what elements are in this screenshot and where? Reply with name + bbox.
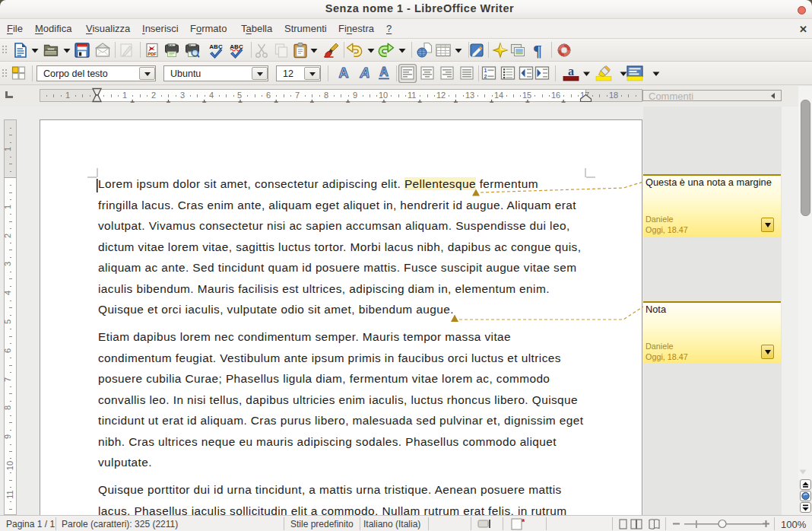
- svg-text:2: 2: [484, 74, 487, 79]
- svg-text:A: A: [379, 65, 389, 78]
- svg-text:1: 1: [484, 68, 487, 73]
- svg-text:*: *: [522, 517, 525, 526]
- svg-text:a: a: [568, 65, 574, 78]
- svg-text:A: A: [360, 65, 370, 81]
- svg-text:PDF: PDF: [147, 52, 157, 56]
- svg-text:A: A: [339, 65, 349, 81]
- svg-text:¶: ¶: [533, 41, 542, 60]
